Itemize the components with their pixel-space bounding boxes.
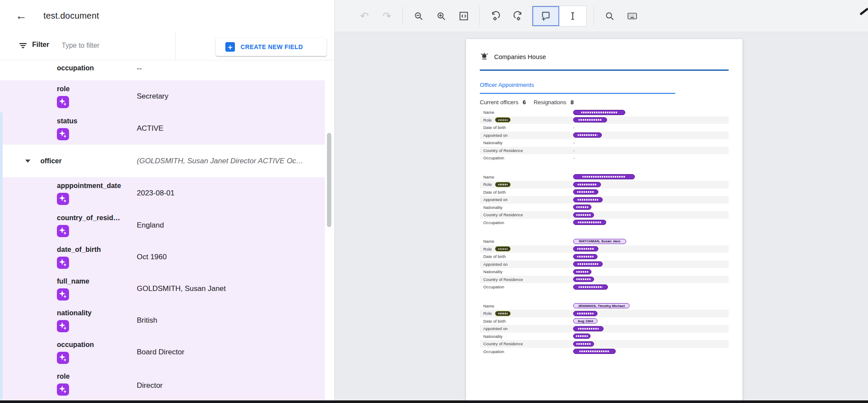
officer-row: NameJENNINGS, Timothy Michael	[480, 302, 729, 310]
entity-pill[interactable]	[573, 182, 601, 187]
officer-row-value	[573, 132, 602, 138]
entity-pill[interactable]	[573, 334, 591, 339]
active-status-badge[interactable]	[495, 117, 511, 122]
ai-sparkle-icon	[57, 352, 69, 364]
entity-pill[interactable]	[573, 110, 625, 115]
document-page[interactable]: Companies House Officer Appointments Cur…	[466, 39, 743, 403]
entity-pill[interactable]	[573, 254, 597, 259]
redo-button[interactable]: ↷	[376, 6, 398, 26]
field-row-full_name[interactable]: full_nameGOLDSMITH, Susan Janet	[0, 273, 325, 304]
entity-pill[interactable]	[573, 174, 635, 179]
field-row-status[interactable]: statusACTIVE	[0, 112, 325, 144]
officer-row-label: Country of Residence	[480, 277, 523, 282]
entity-pill-text: JENNINGS, Timothy Michael	[576, 304, 627, 308]
back-arrow-icon[interactable]: ←	[16, 10, 27, 21]
officer-row-value	[573, 182, 601, 187]
entity-pill[interactable]	[573, 246, 598, 251]
active-status-badge[interactable]	[495, 311, 511, 316]
officer-row-value	[573, 197, 603, 202]
officer-row: Appointed on	[480, 132, 729, 139]
search-button[interactable]	[598, 6, 621, 26]
officer-row: Name	[480, 173, 729, 181]
field-row-occupation[interactable]: occupationBoard Director	[0, 336, 325, 368]
entity-pill[interactable]	[573, 220, 606, 225]
entity-pill[interactable]	[573, 212, 594, 218]
officer-row: Date of birthAug 1964	[480, 317, 729, 325]
officer-row-label: Occupation	[480, 349, 504, 354]
entity-pill-selected[interactable]: JENNINGS, Timothy Michael	[573, 303, 630, 308]
officer-row-label: Date of birth	[480, 125, 506, 130]
entity-pill[interactable]	[573, 261, 603, 267]
field-value: England	[137, 221, 164, 230]
scrollbar-thumb[interactable]	[327, 133, 331, 227]
officer-row: Nationality	[480, 268, 729, 276]
field-row-country_of_resid[interactable]: country_of_resid…England	[0, 209, 325, 241]
cursor-fragment	[860, 8, 868, 15]
active-status-badge[interactable]	[495, 246, 511, 251]
field-label: role	[57, 85, 69, 93]
officer-row: Appointed on	[480, 325, 729, 333]
annotation-tool-group	[532, 6, 587, 26]
officer-row-label: Occupation	[480, 284, 504, 289]
fit-page-button[interactable]	[452, 6, 475, 26]
field-row-date_of_birth[interactable]: date_of_birthOct 1960	[0, 241, 325, 273]
undo-button[interactable]: ↶	[353, 6, 376, 26]
officer-row: Country of Residence	[480, 340, 729, 348]
officer-row: Occupation	[480, 219, 729, 227]
field-label: apppointment_date	[57, 182, 121, 190]
filter-label: Filter	[32, 41, 49, 49]
empty-value: -	[573, 125, 574, 130]
officer-row-value: JENNINGS, Timothy Michael	[573, 303, 630, 308]
entity-pill[interactable]	[573, 349, 616, 354]
entity-pill[interactable]	[573, 311, 597, 316]
officer-row-label: Appointed on	[480, 326, 508, 331]
entity-pill-selected[interactable]: Aug 1964	[573, 318, 597, 324]
zoom-in-button[interactable]	[430, 6, 452, 26]
field-row-role[interactable]: roleSecretary	[0, 80, 325, 112]
officer-row-value	[573, 341, 594, 347]
brand-rule	[480, 69, 729, 71]
officer-row: Role	[480, 310, 729, 317]
zoom-out-icon	[413, 11, 424, 21]
entity-pill[interactable]	[573, 277, 594, 282]
field-label: country_of_resid…	[57, 214, 120, 222]
field-row-officer[interactable]: officer(GOLDSMITH, Susan Janet Director …	[0, 144, 325, 177]
entity-pill[interactable]	[573, 326, 604, 331]
entity-pill[interactable]	[573, 189, 598, 195]
rotate-left-button[interactable]	[484, 6, 507, 26]
create-new-field-button[interactable]: ＋ CREATE NEW FIELD	[216, 38, 327, 56]
filter-icon	[18, 41, 28, 50]
officer-row: Role	[480, 116, 729, 124]
entity-pill[interactable]	[573, 197, 603, 202]
entity-pill[interactable]	[573, 284, 608, 290]
entity-pill[interactable]	[573, 132, 602, 138]
keyboard-button[interactable]	[621, 6, 644, 26]
entity-pill[interactable]	[573, 269, 591, 274]
active-status-badge[interactable]	[495, 182, 511, 187]
officer-row: Country of Residence-	[480, 147, 729, 155]
collapse-triangle-icon[interactable]	[25, 159, 30, 162]
zoom-out-button[interactable]	[407, 6, 430, 26]
rotate-right-button[interactable]	[507, 6, 529, 26]
entity-pill[interactable]	[573, 117, 607, 122]
entity-pill[interactable]	[573, 341, 594, 347]
field-value: Board Director	[137, 348, 185, 357]
select-box-tool[interactable]	[532, 6, 559, 26]
field-row-occupation[interactable]: occupation--	[0, 60, 325, 80]
entity-pill-selected[interactable]: WATCHMAN, Susan Jane	[573, 239, 626, 244]
officer-row-label: Name	[480, 239, 494, 244]
officer-row: Nationality	[480, 333, 729, 340]
entity-pill[interactable]	[573, 205, 591, 210]
officer-block: NameRoleDate of birthAppointed onNationa…	[480, 173, 729, 227]
ai-sparkle-icon	[57, 383, 69, 396]
officer-row-label: Date of birth	[480, 319, 506, 324]
filter-input[interactable]	[61, 37, 171, 54]
field-row-nationality[interactable]: nationalityBritish	[0, 304, 325, 336]
field-row-role[interactable]: roleDirector	[0, 368, 325, 403]
field-row-apppointment_date[interactable]: apppointment_date2023-08-01	[0, 177, 325, 209]
select-text-tool[interactable]	[559, 6, 586, 26]
document-brand: Companies House	[480, 52, 546, 61]
ai-sparkle-icon	[57, 128, 69, 140]
section-underline	[480, 93, 675, 94]
ai-sparkle-icon	[57, 288, 69, 301]
